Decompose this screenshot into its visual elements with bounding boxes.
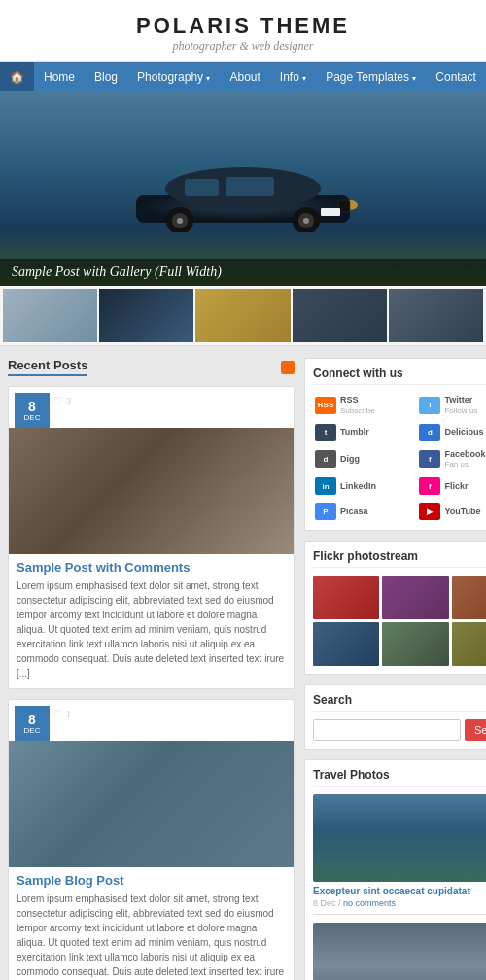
gallery-thumbs [0, 286, 486, 346]
nav-home[interactable]: Home [34, 62, 85, 91]
post-excerpt-1: Lorem ipsum emphasised text dolor sit am… [9, 578, 294, 688]
svg-rect-2 [185, 179, 219, 196]
travel-caption-1: Excepteur sint occaecat cupidatat [313, 886, 486, 896]
post-excerpt-2: Lorem ipsum emphasised text dolor sit am… [9, 892, 294, 980]
svg-rect-12 [321, 208, 340, 216]
content-area: Recent Posts 8 Dec ♡ 3 Sample Post with … [8, 358, 295, 980]
site-header: POLARIS THEME photographer & web designe… [0, 0, 486, 91]
post-meta-2: 8 Dec ♡ 1 [9, 700, 294, 741]
rss-icon: RSS [315, 397, 336, 414]
nav-page-templates[interactable]: Page Templates ▾ [316, 62, 426, 91]
nav-info[interactable]: Info ▾ [270, 62, 316, 91]
sidebar: Connect with us RSS RSSSubscribe T Twitt… [304, 358, 486, 980]
main-nav: 🏠 Home Blog Photography ▾ About Info ▾ P… [0, 62, 486, 91]
search-widget: Search Search [304, 684, 486, 750]
flickr-widget-title: Flickr photostream [313, 549, 486, 568]
post-card-1: 8 Dec ♡ 3 Sample Post with Comments Lore… [8, 386, 295, 689]
social-picasa[interactable]: P Picasa [313, 501, 413, 522]
recent-posts-header: Recent Posts [8, 358, 295, 376]
facebook-icon: f [419, 450, 440, 468]
flickr-widget: Flickr photostream [304, 541, 486, 675]
picasa-icon: P [315, 503, 336, 520]
post-date-1: 8 Dec [15, 393, 50, 428]
travel-meta-1: 8 Dec / no comments [313, 898, 486, 908]
social-youtube[interactable]: ▶ YouTube [417, 501, 486, 522]
travel-photo-1[interactable] [313, 794, 486, 882]
flickr-thumb-3[interactable] [452, 576, 486, 619]
post-meta-1: 8 Dec ♡ 3 [9, 387, 294, 428]
post-likes-1: ♡ 3 [53, 395, 71, 407]
svg-rect-3 [226, 177, 274, 196]
search-button[interactable]: Search [465, 719, 486, 741]
hero-section: Sample Post with Gallery (Full Width) [0, 91, 486, 286]
post-title-1[interactable]: Sample Post with Comments [9, 554, 294, 578]
flickr-thumb-6[interactable] [452, 622, 486, 666]
nav-photography[interactable]: Photography ▾ [127, 62, 220, 91]
travel-photo-2[interactable] [313, 923, 486, 980]
social-flickr[interactable]: f Flickr [417, 475, 486, 497]
social-grid: RSS RSSSubscribe T TwitterFollow us t Tu… [313, 393, 486, 522]
linkedin-icon: in [315, 477, 336, 495]
twitter-icon: T [419, 397, 440, 414]
flickr-thumb-5[interactable] [382, 622, 448, 666]
post-date-num-2: 8 [28, 713, 36, 726]
nav-about[interactable]: About [220, 62, 269, 91]
post-date-2: 8 Dec [15, 706, 50, 741]
post-image-1[interactable] [9, 428, 294, 554]
social-twitter[interactable]: T TwitterFollow us [417, 393, 486, 418]
gallery-thumb-2[interactable] [99, 289, 193, 342]
flickr-thumb-1[interactable] [313, 576, 379, 619]
social-linkedin[interactable]: in LinkedIn [313, 475, 413, 497]
social-facebook[interactable]: f FacebookFan us [417, 447, 486, 472]
tumblr-icon: t [315, 424, 336, 441]
social-rss[interactable]: RSS RSSSubscribe [313, 393, 413, 418]
connect-widget: Connect with us RSS RSSSubscribe T Twitt… [304, 358, 486, 531]
search-input[interactable] [313, 719, 461, 741]
nav-contact[interactable]: Contact [426, 62, 485, 91]
search-row: Search [313, 719, 486, 741]
gallery-thumb-3[interactable] [195, 289, 290, 342]
flickr-thumb-4[interactable] [313, 622, 379, 666]
post-likes-2: ♡ 1 [53, 708, 71, 720]
hero-image [0, 91, 486, 286]
post-card-2: 8 Dec ♡ 1 Sample Blog Post Lorem ipsum e… [8, 699, 295, 980]
post-date-month-2: Dec [24, 726, 41, 735]
flickr-icon: f [419, 477, 440, 495]
post-date-month-1: Dec [24, 413, 41, 422]
social-delicious[interactable]: d Delicious [417, 422, 486, 443]
flickr-grid [313, 576, 486, 666]
nav-blog[interactable]: Blog [85, 62, 127, 91]
recent-posts-title: Recent Posts [8, 358, 87, 376]
digg-icon: d [315, 450, 336, 468]
search-widget-title: Search [313, 693, 486, 712]
svg-point-6 [177, 218, 183, 224]
post-title-2[interactable]: Sample Blog Post [9, 867, 294, 892]
main-container: Recent Posts 8 Dec ♡ 3 Sample Post with … [0, 346, 486, 980]
nav-home-icon[interactable]: 🏠 [0, 62, 34, 91]
social-tumblr[interactable]: t Tumblr [313, 422, 413, 443]
divider-1 [313, 914, 486, 915]
travel-comments-link-1[interactable]: no comments [343, 898, 396, 908]
gallery-thumb-1[interactable] [3, 289, 97, 342]
connect-widget-title: Connect with us [313, 367, 486, 385]
gallery-thumb-5[interactable] [389, 289, 483, 342]
youtube-icon: ▶ [419, 503, 440, 520]
car-illustration [117, 145, 369, 232]
social-digg[interactable]: d Digg [313, 447, 413, 472]
travel-widget-title: Travel Photos [313, 768, 486, 787]
post-image-2[interactable] [9, 741, 294, 867]
site-tagline: photographer & web designer [0, 39, 486, 53]
hero-caption: Sample Post with Gallery (Full Width) [0, 259, 486, 286]
delicious-icon: d [419, 424, 440, 441]
gallery-thumb-4[interactable] [293, 289, 387, 342]
site-title: POLARIS THEME [0, 14, 486, 39]
rss-icon[interactable] [281, 361, 295, 374]
travel-widget: Travel Photos Excepteur sint occaecat cu… [304, 759, 486, 980]
post-date-num-1: 8 [28, 400, 36, 413]
svg-point-9 [303, 218, 309, 224]
flickr-thumb-2[interactable] [382, 576, 448, 619]
